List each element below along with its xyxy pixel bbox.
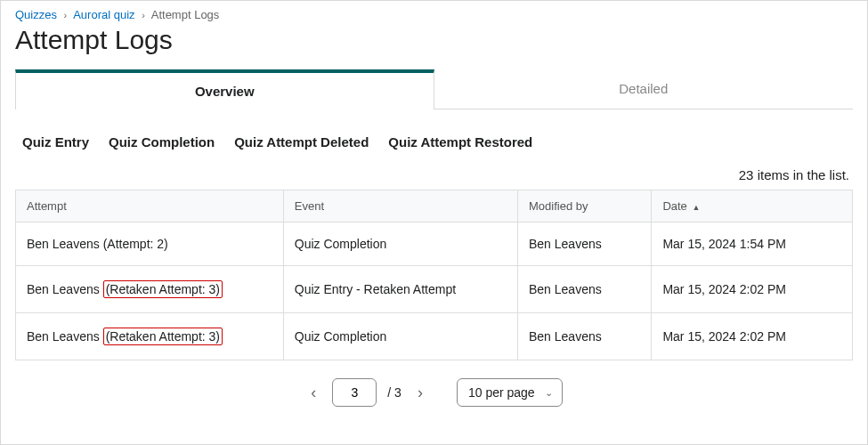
next-page-button[interactable]: ›: [412, 380, 428, 406]
prev-page-button[interactable]: ‹: [305, 380, 321, 406]
cell-date: Mar 15, 2024 1:54 PM: [652, 222, 853, 266]
filter-quiz-attempt-restored[interactable]: Quiz Attempt Restored: [388, 134, 532, 150]
col-event[interactable]: Event: [283, 190, 517, 222]
tab-overview[interactable]: Overview: [15, 69, 434, 109]
filter-row: Quiz Entry Quiz Completion Quiz Attempt …: [22, 134, 853, 150]
attempt-number: (Attempt: 2): [103, 237, 168, 251]
attempt-user: Ben Leavens: [27, 282, 103, 296]
chevron-right-icon: ›: [418, 384, 423, 401]
cell-date: Mar 15, 2024 2:02 PM: [652, 266, 853, 313]
sort-asc-icon: ▲: [692, 203, 700, 212]
attempt-number: (Retaken Attempt: 3): [103, 280, 223, 298]
items-count: 23 items in the list.: [15, 167, 853, 182]
breadcrumb-current: Attempt Logs: [151, 8, 220, 21]
cell-date: Mar 15, 2024 2:02 PM: [652, 313, 853, 360]
chevron-left-icon: ‹: [311, 384, 316, 401]
filter-quiz-entry[interactable]: Quiz Entry: [22, 134, 89, 150]
col-date-label: Date: [662, 199, 686, 213]
col-modified-by[interactable]: Modified by: [517, 190, 651, 222]
cell-event: Quiz Entry - Retaken Attempt: [283, 266, 517, 313]
attempt-number: (Retaken Attempt: 3): [103, 328, 223, 345]
cell-modified-by: Ben Leavens: [517, 222, 651, 266]
cell-attempt: Ben Leavens (Retaken Attempt: 3): [16, 266, 284, 313]
col-date[interactable]: Date ▲: [652, 190, 853, 222]
attempt-user: Ben Leavens: [27, 329, 103, 344]
chevron-down-icon: ⌄: [545, 387, 553, 399]
cell-modified-by: Ben Leavens: [517, 266, 651, 313]
tab-bar: Overview Detailed: [15, 69, 853, 109]
breadcrumb-parent[interactable]: Auroral quiz: [73, 8, 134, 21]
per-page-select[interactable]: 10 per page ⌄: [457, 378, 563, 407]
filter-quiz-attempt-deleted[interactable]: Quiz Attempt Deleted: [234, 134, 369, 150]
attempt-logs-table: Attempt Event Modified by Date ▲ Ben Lea…: [15, 190, 853, 360]
cell-event: Quiz Completion: [283, 222, 517, 266]
pagination: ‹ / 3 › 10 per page ⌄: [15, 378, 853, 407]
attempt-user: Ben Leavens: [27, 237, 103, 251]
filter-quiz-completion[interactable]: Quiz Completion: [109, 134, 215, 150]
tab-detailed[interactable]: Detailed: [434, 69, 854, 109]
page-title: Attempt Logs: [15, 25, 853, 55]
breadcrumb: Quizzes › Auroral quiz › Attempt Logs: [15, 8, 853, 21]
page-total: / 3: [387, 385, 402, 400]
cell-event: Quiz Completion: [283, 313, 517, 360]
per-page-label: 10 per page: [468, 385, 535, 400]
page-number-input[interactable]: [332, 378, 377, 407]
breadcrumb-root[interactable]: Quizzes: [15, 8, 57, 21]
cell-attempt: Ben Leavens (Retaken Attempt: 3): [16, 313, 284, 360]
table-row: Ben Leavens (Retaken Attempt: 3)Quiz Ent…: [16, 266, 853, 313]
breadcrumb-sep-icon: ›: [64, 10, 68, 20]
table-row: Ben Leavens (Retaken Attempt: 3)Quiz Com…: [16, 313, 853, 360]
cell-attempt: Ben Leavens (Attempt: 2): [16, 222, 284, 266]
cell-modified-by: Ben Leavens: [517, 313, 651, 360]
table-row: Ben Leavens (Attempt: 2)Quiz CompletionB…: [16, 222, 853, 266]
col-attempt[interactable]: Attempt: [16, 190, 284, 222]
breadcrumb-sep-icon: ›: [142, 10, 145, 20]
